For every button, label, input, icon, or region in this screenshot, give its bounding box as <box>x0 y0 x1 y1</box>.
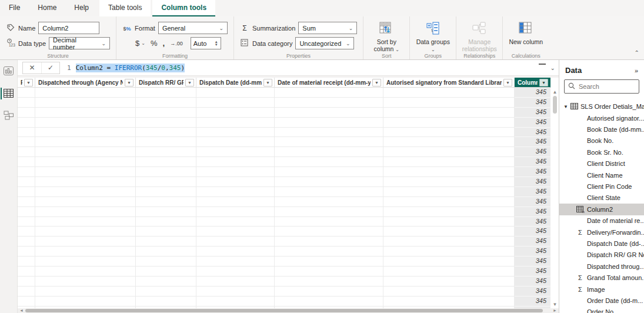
vertical-scroll-thumb[interactable] <box>553 96 557 114</box>
empty-cell[interactable] <box>136 157 196 167</box>
column2-value-cell[interactable]: 345 <box>515 237 550 247</box>
empty-cell[interactable] <box>383 297 515 307</box>
empty-cell[interactable] <box>35 187 136 197</box>
decimal-auto-spinner[interactable]: Auto ▲▼ <box>191 37 221 49</box>
report-view-button[interactable] <box>0 64 18 79</box>
search-input[interactable]: Search <box>564 79 639 94</box>
empty-cell[interactable] <box>136 187 196 197</box>
column2-value-cell[interactable]: 345 <box>515 227 550 237</box>
empty-cell[interactable] <box>35 128 136 138</box>
empty-cell[interactable] <box>136 118 196 128</box>
empty-cell[interactable] <box>18 197 35 207</box>
empty-cell[interactable] <box>18 98 35 108</box>
table-row[interactable]: 345 <box>18 157 551 167</box>
field-item-dispatched-throug[interactable]: Dispatched throug... <box>559 261 644 272</box>
column2-value-cell[interactable]: 345 <box>515 267 550 277</box>
empty-cell[interactable] <box>136 147 196 157</box>
empty-cell[interactable] <box>275 257 383 267</box>
empty-cell[interactable] <box>275 167 383 177</box>
horizontal-scrollbar[interactable]: ◄ ► <box>18 308 559 313</box>
empty-cell[interactable] <box>196 177 275 187</box>
table-row[interactable]: 345 <box>18 207 551 217</box>
column-header-autorised-signatory-from-standard-library-service[interactable]: Autorised signatory from Standard Librar… <box>383 78 515 88</box>
empty-cell[interactable] <box>196 267 275 277</box>
empty-cell[interactable] <box>383 217 515 227</box>
column2-value-cell[interactable]: 345 <box>515 98 550 108</box>
column2-value-cell[interactable]: 345 <box>515 157 550 167</box>
empty-cell[interactable] <box>383 137 515 147</box>
empty-cell[interactable] <box>35 157 136 167</box>
empty-cell[interactable] <box>196 187 275 197</box>
empty-cell[interactable] <box>35 108 136 118</box>
empty-cell[interactable] <box>18 147 35 157</box>
empty-cell[interactable] <box>136 167 196 177</box>
empty-cell[interactable] <box>18 257 35 267</box>
empty-cell[interactable] <box>18 118 35 128</box>
empty-cell[interactable] <box>196 108 275 118</box>
chevron-down-icon[interactable]: ⌄ <box>141 41 145 46</box>
empty-cell[interactable] <box>136 297 196 307</box>
column2-value-cell[interactable]: 345 <box>515 177 550 187</box>
empty-cell[interactable] <box>383 237 515 247</box>
empty-cell[interactable] <box>275 247 383 257</box>
table-row[interactable]: 345 <box>18 118 551 128</box>
empty-cell[interactable] <box>383 267 515 277</box>
empty-cell[interactable] <box>136 227 196 237</box>
empty-cell[interactable] <box>136 197 196 207</box>
table-row[interactable]: 345 <box>18 167 551 177</box>
empty-cell[interactable] <box>18 207 35 217</box>
scroll-up-icon[interactable]: ▲ <box>553 88 558 96</box>
table-row[interactable]: 345 <box>18 217 551 227</box>
field-item-order-date-dd-m[interactable]: Order Date (dd-m... <box>559 295 644 306</box>
field-item-order-no[interactable]: Order No. <box>559 307 644 313</box>
empty-cell[interactable] <box>275 128 383 138</box>
empty-cell[interactable] <box>275 187 383 197</box>
empty-cell[interactable] <box>35 247 136 257</box>
scroll-right-icon[interactable]: ► <box>553 308 557 313</box>
empty-cell[interactable] <box>35 137 136 147</box>
empty-cell[interactable] <box>35 297 136 307</box>
field-item-client-pin-code[interactable]: Client Pin Code <box>559 181 644 192</box>
table-row[interactable]: 345 <box>18 237 551 247</box>
data-view-button[interactable] <box>0 86 18 101</box>
commit-formula-button[interactable]: ✓ <box>41 62 59 74</box>
column2-value-cell[interactable]: 345 <box>515 257 550 267</box>
empty-cell[interactable] <box>383 167 515 177</box>
empty-cell[interactable] <box>18 108 35 118</box>
empty-cell[interactable] <box>275 118 383 128</box>
empty-cell[interactable] <box>275 88 383 98</box>
model-view-button[interactable] <box>0 108 18 124</box>
empty-cell[interactable] <box>35 237 136 247</box>
column2-value-cell[interactable]: 345 <box>515 108 550 118</box>
empty-cell[interactable] <box>136 137 196 147</box>
empty-cell[interactable] <box>196 227 275 237</box>
field-item-client-name[interactable]: Client Name <box>559 169 644 181</box>
table-row[interactable]: 345 <box>18 247 551 257</box>
filter-dropdown-icon[interactable]: ▼ <box>24 79 33 86</box>
column2-value-cell[interactable]: 345 <box>515 88 550 98</box>
field-item-client-district[interactable]: Client District <box>559 158 644 169</box>
table-row[interactable]: 345 <box>18 137 551 147</box>
empty-cell[interactable] <box>136 98 196 108</box>
empty-cell[interactable] <box>196 88 275 98</box>
field-item-grand-total-amoun[interactable]: ΣGrand Total amoun... <box>559 272 644 283</box>
empty-cell[interactable] <box>383 227 515 237</box>
column2-value-cell[interactable]: 345 <box>515 197 550 207</box>
column-header-dispatch-rr-gr-no[interactable]: Dispatch RR/ GR No.▼ <box>136 78 196 88</box>
scroll-left-icon[interactable]: ◄ <box>19 308 24 313</box>
empty-cell[interactable] <box>18 167 35 177</box>
tab-file[interactable]: File <box>0 0 29 16</box>
data-type-select[interactable]: Decimal number⌄ <box>49 37 110 49</box>
empty-cell[interactable] <box>18 187 35 197</box>
empty-cell[interactable] <box>383 277 515 287</box>
field-item-column2[interactable]: fxColumn2 <box>559 204 644 215</box>
empty-cell[interactable] <box>18 177 35 187</box>
empty-cell[interactable] <box>136 108 196 118</box>
empty-cell[interactable] <box>196 137 275 147</box>
empty-cell[interactable] <box>196 118 275 128</box>
empty-cell[interactable] <box>18 137 35 147</box>
column2-value-cell[interactable]: 345 <box>515 128 550 138</box>
empty-cell[interactable] <box>196 287 275 297</box>
empty-cell[interactable] <box>383 287 515 297</box>
empty-cell[interactable] <box>136 128 196 138</box>
